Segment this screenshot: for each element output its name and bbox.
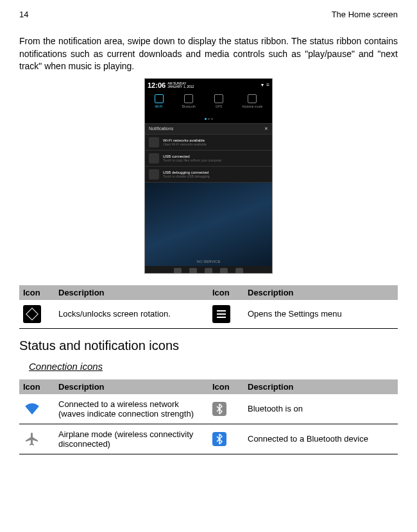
quick-toggle-row: Wi-Fi Bluetooth GPS Airplane mode <box>145 92 272 111</box>
col-icon-header: Icon <box>19 285 55 300</box>
bluetooth-icon <box>212 402 226 416</box>
col-desc-header: Description <box>55 285 208 300</box>
bluetooth-icon <box>184 94 193 103</box>
notification-item[interactable]: Wi-Fi networks available Open Wi-Fi netw… <box>145 135 272 151</box>
airplane-toggle[interactable]: Airplane mode <box>242 94 262 108</box>
no-service-label: NO SERVICE <box>197 260 221 263</box>
rotation-lock-icon <box>23 305 41 323</box>
statusbar-icons: ▾ ≡ <box>261 82 269 88</box>
statusbar-clock: 12:06 <box>148 81 166 89</box>
favorites-tray <box>145 266 272 274</box>
wifi-icon <box>23 400 41 418</box>
notification-item[interactable]: USB debugging connected Touch to disable… <box>145 167 272 183</box>
notifications-header: Notifications ✕ <box>145 123 272 135</box>
bluetooth-connected-icon <box>212 432 226 446</box>
bluetooth-toggle[interactable]: Bluetooth <box>182 94 196 108</box>
app-icon[interactable] <box>220 268 228 274</box>
desc-cell: Connected to a Bluetooth device <box>244 424 398 454</box>
app-icon[interactable] <box>189 268 197 274</box>
table-row: Airplane mode (wireless connectivity dis… <box>19 424 398 454</box>
connection-icons-table: Icon Description Icon Description Connec… <box>19 379 398 454</box>
wifi-status-icon: ▾ <box>261 82 264 88</box>
wifi-toggle[interactable]: Wi-Fi <box>155 94 164 108</box>
table-row: Locks/unlocks screen rotation. Opens the… <box>19 300 398 329</box>
col-icon-header: Icon <box>208 285 244 300</box>
col-desc-header: Description <box>244 285 398 300</box>
statusbar-date: AM SUNDAY JANUARY 1, 2012 <box>167 82 194 88</box>
page-header: 14 The Home screen <box>19 10 398 19</box>
section-heading: Status and notification icons <box>19 338 398 353</box>
col-icon-header: Icon <box>19 379 55 394</box>
clear-notifications-icon[interactable]: ✕ <box>264 126 268 131</box>
gps-icon <box>214 94 223 103</box>
ribbon-icons-table: Icon Description Icon Description Locks/… <box>19 285 398 329</box>
desc-cell: Opens the Settings menu <box>244 300 398 329</box>
embedded-screenshot: 12:06 AM SUNDAY JANUARY 1, 2012 ▾ ≡ Wi-F… <box>19 78 398 274</box>
desc-cell: Locks/unlocks screen rotation. <box>55 300 208 329</box>
col-desc-header: Description <box>244 379 398 394</box>
subsection-heading: Connection icons <box>29 361 398 372</box>
desc-cell: Airplane mode (wireless connectivity dis… <box>55 424 208 454</box>
table-row: Connected to a wireless network (waves i… <box>19 394 398 424</box>
airplane-mode-icon <box>23 430 41 448</box>
android-device-frame: 12:06 AM SUNDAY JANUARY 1, 2012 ▾ ≡ Wi-F… <box>144 78 273 274</box>
usb-debug-notif-icon <box>149 169 159 179</box>
notification-item[interactable]: USB connected Touch to copy files to/fro… <box>145 151 272 167</box>
col-icon-header: Icon <box>208 379 244 394</box>
page-indicator <box>145 111 272 123</box>
body-paragraph: From the notification area, swipe down t… <box>19 35 398 73</box>
settings-status-icon: ≡ <box>266 82 269 88</box>
desc-cell: Connected to a wireless network (waves i… <box>55 394 208 424</box>
wifi-icon <box>155 94 164 103</box>
desc-cell: Bluetooth is on <box>244 394 398 424</box>
android-statusbar: 12:06 AM SUNDAY JANUARY 1, 2012 ▾ ≡ <box>145 79 272 92</box>
page-number: 14 <box>19 10 28 19</box>
gps-toggle[interactable]: GPS <box>214 94 223 108</box>
col-desc-header: Description <box>55 379 208 394</box>
app-icon[interactable] <box>174 268 182 274</box>
home-wallpaper: NO SERVICE <box>145 183 272 266</box>
settings-icon <box>212 305 230 323</box>
wifi-notif-icon <box>149 137 159 147</box>
app-icon[interactable] <box>235 268 243 274</box>
app-icon[interactable] <box>205 268 212 274</box>
airplane-icon <box>248 94 257 103</box>
header-section-title: The Home screen <box>332 10 398 19</box>
usb-notif-icon <box>149 153 159 163</box>
